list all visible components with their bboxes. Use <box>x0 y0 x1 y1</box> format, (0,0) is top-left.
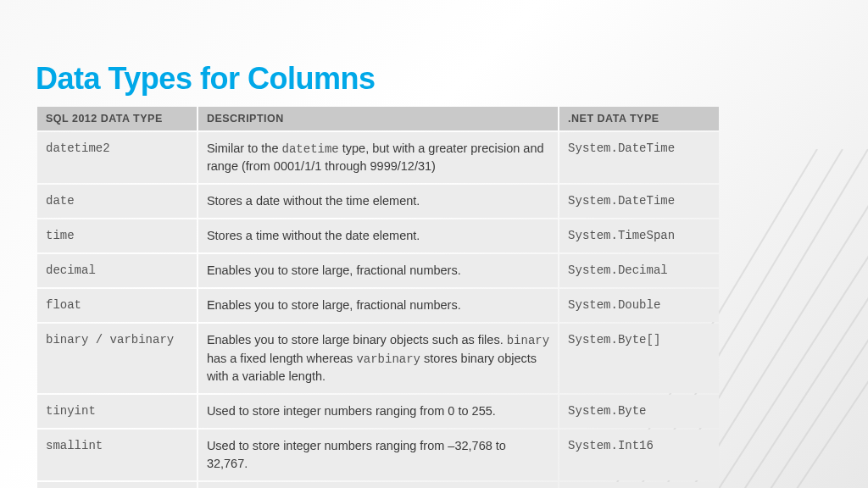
cell-sql-type: time <box>37 219 197 252</box>
cell-description: Enables you to store large, fractional n… <box>198 254 558 287</box>
cell-sql-type: date <box>37 185 197 218</box>
cell-description: Used to store integer numbers ranging fr… <box>198 482 558 488</box>
cell-net-type: System.TimeSpan <box>559 219 719 252</box>
header-sql: SQL 2012 DATA TYPE <box>37 107 197 130</box>
cell-sql-type: tinyint <box>37 395 197 428</box>
table-row: intUsed to store integer numbers ranging… <box>37 482 719 488</box>
table-row: timeStores a time without the date eleme… <box>37 219 719 252</box>
page-title: Data Types for Columns <box>36 61 832 97</box>
cell-description: Enables you to store large binary object… <box>198 324 558 393</box>
cell-description: Similar to the datetime type, but with a… <box>198 132 558 183</box>
header-net: .NET DATA TYPE <box>559 107 719 130</box>
cell-net-type: System.Int16 <box>559 430 719 480</box>
table-row: binary / varbinaryEnables you to store l… <box>37 324 719 393</box>
cell-description: Stores a date without the time element. <box>198 185 558 218</box>
table-row: datetime2Similar to the datetime type, b… <box>37 132 719 183</box>
cell-net-type: System.Decimal <box>559 254 719 287</box>
cell-net-type: System.Byte[] <box>559 324 719 393</box>
cell-net-type: System.DateTime <box>559 185 719 218</box>
table-row: floatEnables you to store large, fractio… <box>37 289 719 322</box>
cell-sql-type: float <box>37 289 197 322</box>
cell-sql-type: binary / varbinary <box>37 324 197 393</box>
cell-description: Used to store integer numbers ranging fr… <box>198 395 558 428</box>
table-row: tinyintUsed to store integer numbers ran… <box>37 395 719 428</box>
cell-net-type: System.Int32 <box>559 482 719 488</box>
table-row: dateStores a date without the time eleme… <box>37 185 719 218</box>
header-description: DESCRIPTION <box>198 107 558 130</box>
cell-sql-type: decimal <box>37 254 197 287</box>
cell-net-type: System.Double <box>559 289 719 322</box>
data-types-table: SQL 2012 DATA TYPE DESCRIPTION .NET DATA… <box>36 105 721 488</box>
cell-description: Enables you to store large, fractional n… <box>198 289 558 322</box>
table-header-row: SQL 2012 DATA TYPE DESCRIPTION .NET DATA… <box>37 107 719 130</box>
cell-description: Used to store integer numbers ranging fr… <box>198 430 558 480</box>
cell-description: Stores a time without the date element. <box>198 219 558 252</box>
table-row: smallintUsed to store integer numbers ra… <box>37 430 719 480</box>
cell-sql-type: datetime2 <box>37 132 197 183</box>
cell-sql-type: int <box>37 482 197 488</box>
cell-sql-type: smallint <box>37 430 197 480</box>
cell-net-type: System.DateTime <box>559 132 719 183</box>
cell-net-type: System.Byte <box>559 395 719 428</box>
table-row: decimalEnables you to store large, fract… <box>37 254 719 287</box>
